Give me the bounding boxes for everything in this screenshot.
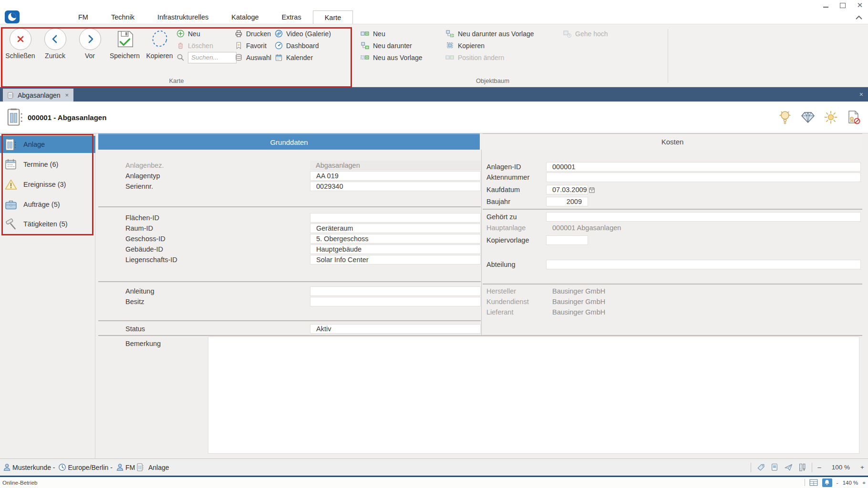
app-logo[interactable] — [5, 10, 20, 23]
menu-tab-infrastrukturelles[interactable]: Infrastrukturelles — [146, 10, 220, 24]
window-minimize-button[interactable] — [822, 2, 829, 8]
anlagentyp-input[interactable]: AA 019 — [310, 171, 481, 181]
notifications-button[interactable] — [822, 478, 832, 487]
clock-icon — [58, 463, 66, 471]
kaufdatum-value: 07.03.2009 — [552, 186, 587, 193]
field-label: Abteilung — [486, 261, 515, 268]
besitz-input[interactable] — [310, 297, 481, 306]
abteilung-input[interactable] — [546, 260, 861, 269]
diamond-button[interactable] — [800, 109, 816, 126]
date-picker-icon[interactable] — [589, 187, 595, 193]
brightness-sun-icon — [824, 110, 838, 124]
tree-copy-button[interactable]: Kopieren — [445, 40, 534, 51]
tag-icon[interactable] — [756, 463, 765, 471]
context-label[interactable]: Anlage — [148, 464, 169, 471]
note-icon[interactable] — [771, 463, 779, 471]
ruler-pencil-icon[interactable] — [798, 463, 806, 472]
tree-new-button[interactable]: Neu — [361, 28, 423, 40]
seriennr-input[interactable]: 0029340 — [310, 182, 481, 191]
save-button[interactable]: Speichern — [107, 27, 142, 60]
liegenschafts-id-input[interactable]: Solar Info Center — [310, 255, 481, 264]
zoom-in-button[interactable]: + — [860, 464, 864, 471]
brightness-button[interactable] — [823, 109, 839, 126]
menu-tab-extras[interactable]: Extras — [270, 10, 313, 24]
document-tab-abgasanlagen[interactable]: Abgasanlagen × — [3, 89, 73, 102]
search-input[interactable] — [188, 52, 237, 63]
tab-strip-close-icon[interactable]: × — [859, 91, 863, 98]
connection-mode: Online-Betrieb — [2, 477, 38, 488]
anleitung-input[interactable] — [310, 286, 481, 296]
geschoss-id-input[interactable]: 5. Obergeschoss — [310, 234, 481, 244]
calendar-button[interactable]: Kalender — [275, 51, 331, 63]
anlagenbez-value: Abgasanlagen — [310, 161, 481, 170]
sidebar-item-anlage[interactable]: Anlage — [0, 136, 95, 153]
status-bar: Musterkunde - Europe/Berlin - FM Anlage — [0, 458, 868, 477]
menu-tab-kataloge[interactable]: Kataloge — [220, 10, 270, 24]
user-role[interactable]: FM — [125, 464, 135, 471]
print-button[interactable]: Drucken — [235, 28, 271, 40]
chevron-right-icon — [85, 34, 95, 44]
new-button[interactable]: Neu — [176, 28, 237, 40]
flaechen-id-input[interactable] — [310, 213, 481, 223]
window-close-button[interactable]: ✕ — [857, 2, 863, 8]
gebaeude-id-input[interactable]: Hauptgebäude — [310, 244, 481, 254]
document-blocked-button[interactable] — [846, 109, 862, 126]
plus-circle-icon — [176, 30, 185, 38]
video-gallery-button[interactable]: Video (Galerie) — [275, 28, 331, 40]
aktennummer-input[interactable] — [546, 173, 861, 182]
menu-tab-technik[interactable]: Technik — [100, 10, 146, 24]
go-up-node-icon — [563, 30, 572, 38]
document-tab-close-icon[interactable]: × — [65, 92, 69, 99]
bottombar-separator — [805, 479, 805, 486]
copy-card-button[interactable]: Kopieren — [142, 27, 177, 60]
page-title: 000001 - Abgasanlagen — [28, 102, 106, 133]
node-squares-template-icon — [361, 54, 370, 61]
menu-tab-fm[interactable]: FM — [67, 10, 100, 24]
briefcase-icon — [5, 199, 17, 211]
document-tab-label: Abgasanlagen — [18, 92, 61, 99]
back-button[interactable]: Zurück — [38, 27, 72, 60]
field-label: Gehört zu — [486, 213, 517, 221]
zoom-out-button[interactable]: – — [817, 464, 821, 471]
field-label: Status — [125, 325, 145, 333]
forward-button[interactable]: Speichern Vor — [72, 27, 107, 60]
favorite-button[interactable]: Favorit — [235, 40, 271, 51]
trash-icon — [176, 41, 185, 50]
field-label: Flächen-ID — [125, 214, 159, 222]
timezone-value[interactable]: Europe/Berlin - — [68, 464, 112, 471]
sidebar-item-ereignisse[interactable]: Ereignisse (3) — [0, 176, 95, 193]
gehoert-zu-input[interactable] — [546, 212, 861, 222]
paper-plane-icon[interactable] — [784, 463, 793, 471]
sidebar-item-termine[interactable]: Termine (6) — [0, 156, 95, 173]
menu-tab-karte[interactable]: Karte — [313, 10, 353, 24]
database-icon — [235, 53, 243, 61]
sidebar-item-taetigkeiten[interactable]: Tätigkeiten (5) — [0, 215, 95, 233]
kopiervorlage-input[interactable] — [546, 235, 588, 245]
hersteller-value: Bausinger GmbH — [552, 286, 605, 296]
raum-id-input[interactable]: Geräteraum — [310, 224, 481, 233]
client-name[interactable]: Musterkunde - — [12, 464, 55, 471]
building-title-icon — [7, 108, 24, 127]
zoom-out-button[interactable]: - — [837, 480, 838, 486]
kaufdatum-input[interactable]: 07.03.2009 — [546, 185, 588, 194]
field-label: Hersteller — [486, 287, 516, 295]
table-grid-icon[interactable] — [809, 479, 818, 486]
status-input[interactable]: Aktiv — [310, 324, 481, 334]
building-mini-icon — [8, 92, 14, 99]
printer-icon — [235, 30, 243, 38]
close-card-button[interactable]: Schließen — [3, 27, 38, 60]
selection-button[interactable]: Auswahl — [235, 51, 271, 63]
zoom-in-button[interactable]: + — [862, 480, 866, 486]
lightbulb-button[interactable] — [777, 109, 793, 126]
document-blocked-icon — [847, 110, 861, 125]
baujahr-input[interactable]: 2009 — [546, 197, 588, 206]
tree-new-below-from-template-button[interactable]: Neu darunter aus Vorlage — [445, 28, 534, 40]
dashboard-button[interactable]: Dashboard — [275, 40, 331, 51]
window-maximize-button[interactable] — [839, 2, 846, 8]
collapse-ribbon-icon[interactable] — [856, 15, 862, 20]
anlagen-id-input[interactable]: 000001 — [546, 162, 861, 172]
tree-new-from-template-button[interactable]: Neu aus Vorlage — [361, 51, 423, 63]
sidebar-item-label: Tätigkeiten (5) — [23, 220, 68, 228]
sidebar-item-auftraege[interactable]: Aufträge (5) — [0, 196, 95, 213]
tree-new-below-button[interactable]: Neu darunter — [361, 40, 423, 51]
